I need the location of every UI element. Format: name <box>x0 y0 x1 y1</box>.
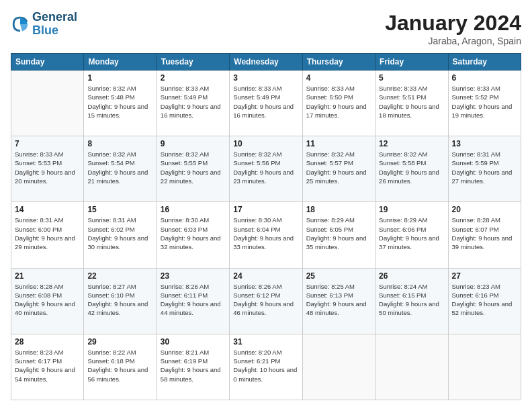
day-info: Sunrise: 8:31 AM Sunset: 6:00 PM Dayligh… <box>15 216 80 251</box>
day-info: Sunrise: 8:29 AM Sunset: 6:05 PM Dayligh… <box>306 216 371 251</box>
calendar-cell: 12Sunrise: 8:32 AM Sunset: 5:58 PM Dayli… <box>375 136 448 202</box>
calendar-cell: 30Sunrise: 8:21 AM Sunset: 6:19 PM Dayli… <box>157 334 229 400</box>
calendar-cell: 28Sunrise: 8:23 AM Sunset: 6:17 PM Dayli… <box>11 334 84 400</box>
calendar-cell: 27Sunrise: 8:23 AM Sunset: 6:16 PM Dayli… <box>448 268 521 334</box>
col-tuesday: Tuesday <box>157 54 229 71</box>
calendar-cell: 21Sunrise: 8:28 AM Sunset: 6:08 PM Dayli… <box>11 268 84 334</box>
day-info: Sunrise: 8:33 AM Sunset: 5:51 PM Dayligh… <box>379 84 444 120</box>
day-info: Sunrise: 8:23 AM Sunset: 6:17 PM Dayligh… <box>15 348 80 383</box>
title-section: January 2024 Jaraba, Aragon, Spain <box>385 11 521 46</box>
calendar-cell: 15Sunrise: 8:31 AM Sunset: 6:02 PM Dayli… <box>84 202 157 268</box>
col-thursday: Thursday <box>302 54 375 71</box>
calendar-cell: 26Sunrise: 8:24 AM Sunset: 6:15 PM Dayli… <box>375 268 448 334</box>
calendar-cell: 9Sunrise: 8:32 AM Sunset: 5:55 PM Daylig… <box>157 136 229 202</box>
day-number: 25 <box>306 271 371 281</box>
day-number: 20 <box>452 205 517 214</box>
day-info: Sunrise: 8:32 AM Sunset: 5:57 PM Dayligh… <box>306 150 371 185</box>
day-info: Sunrise: 8:32 AM Sunset: 5:58 PM Dayligh… <box>379 150 444 185</box>
logo-line1: General <box>32 11 77 24</box>
day-info: Sunrise: 8:23 AM Sunset: 6:16 PM Dayligh… <box>452 282 517 318</box>
day-number: 1 <box>87 73 152 83</box>
day-info: Sunrise: 8:32 AM Sunset: 5:54 PM Dayligh… <box>87 150 152 185</box>
day-number: 16 <box>161 205 226 214</box>
day-number: 3 <box>233 73 298 83</box>
calendar-cell: 20Sunrise: 8:28 AM Sunset: 6:07 PM Dayli… <box>448 202 521 268</box>
calendar-cell: 31Sunrise: 8:20 AM Sunset: 6:21 PM Dayli… <box>230 334 302 400</box>
calendar-cell: 29Sunrise: 8:22 AM Sunset: 6:18 PM Dayli… <box>84 334 157 400</box>
day-info: Sunrise: 8:25 AM Sunset: 6:13 PM Dayligh… <box>306 282 371 318</box>
day-number: 14 <box>15 205 80 214</box>
day-info: Sunrise: 8:33 AM Sunset: 5:53 PM Dayligh… <box>15 150 80 185</box>
day-info: Sunrise: 8:22 AM Sunset: 6:18 PM Dayligh… <box>87 348 152 383</box>
col-saturday: Saturday <box>448 54 521 71</box>
calendar-cell: 3Sunrise: 8:33 AM Sunset: 5:49 PM Daylig… <box>230 71 302 136</box>
day-number: 23 <box>161 271 226 281</box>
logo-text: General Blue <box>32 11 77 38</box>
day-info: Sunrise: 8:27 AM Sunset: 6:10 PM Dayligh… <box>87 282 152 318</box>
day-info: Sunrise: 8:32 AM Sunset: 5:56 PM Dayligh… <box>233 150 298 185</box>
day-number: 24 <box>233 271 298 281</box>
calendar-cell: 17Sunrise: 8:30 AM Sunset: 6:04 PM Dayli… <box>230 202 302 268</box>
day-info: Sunrise: 8:21 AM Sunset: 6:19 PM Dayligh… <box>161 348 226 383</box>
day-number: 4 <box>306 73 371 83</box>
calendar-cell: 5Sunrise: 8:33 AM Sunset: 5:51 PM Daylig… <box>375 71 448 136</box>
calendar-cell <box>11 71 84 136</box>
calendar-cell: 19Sunrise: 8:29 AM Sunset: 6:06 PM Dayli… <box>375 202 448 268</box>
logo-icon <box>11 15 30 34</box>
day-number: 19 <box>379 205 444 214</box>
logo-line2: Blue <box>32 24 58 37</box>
day-info: Sunrise: 8:30 AM Sunset: 6:04 PM Dayligh… <box>233 216 298 251</box>
day-number: 31 <box>233 337 298 347</box>
day-number: 22 <box>87 271 152 281</box>
day-info: Sunrise: 8:32 AM Sunset: 5:55 PM Dayligh… <box>161 150 226 185</box>
day-number: 17 <box>233 205 298 214</box>
calendar-cell: 23Sunrise: 8:26 AM Sunset: 6:11 PM Dayli… <box>157 268 229 334</box>
day-info: Sunrise: 8:28 AM Sunset: 6:07 PM Dayligh… <box>452 216 517 251</box>
day-number: 21 <box>15 271 80 281</box>
day-number: 26 <box>379 271 444 281</box>
calendar-cell: 24Sunrise: 8:26 AM Sunset: 6:12 PM Dayli… <box>230 268 302 334</box>
logo: General Blue <box>11 11 77 38</box>
day-info: Sunrise: 8:33 AM Sunset: 5:50 PM Dayligh… <box>306 84 371 120</box>
calendar-cell: 14Sunrise: 8:31 AM Sunset: 6:00 PM Dayli… <box>11 202 84 268</box>
col-friday: Friday <box>375 54 448 71</box>
location: Jaraba, Aragon, Spain <box>385 36 521 46</box>
calendar-week-row: 28Sunrise: 8:23 AM Sunset: 6:17 PM Dayli… <box>11 334 521 400</box>
day-number: 18 <box>306 205 371 214</box>
calendar-cell: 10Sunrise: 8:32 AM Sunset: 5:56 PM Dayli… <box>230 136 302 202</box>
calendar-cell <box>302 334 375 400</box>
day-info: Sunrise: 8:33 AM Sunset: 5:52 PM Dayligh… <box>452 84 517 120</box>
day-number: 13 <box>452 139 517 148</box>
day-info: Sunrise: 8:31 AM Sunset: 5:59 PM Dayligh… <box>452 150 517 185</box>
calendar-cell: 7Sunrise: 8:33 AM Sunset: 5:53 PM Daylig… <box>11 136 84 202</box>
day-number: 8 <box>87 139 152 148</box>
calendar-week-row: 1Sunrise: 8:32 AM Sunset: 5:48 PM Daylig… <box>11 71 521 136</box>
day-info: Sunrise: 8:26 AM Sunset: 6:12 PM Dayligh… <box>233 282 298 318</box>
day-info: Sunrise: 8:29 AM Sunset: 6:06 PM Dayligh… <box>379 216 444 251</box>
day-info: Sunrise: 8:31 AM Sunset: 6:02 PM Dayligh… <box>87 216 152 251</box>
day-info: Sunrise: 8:28 AM Sunset: 6:08 PM Dayligh… <box>15 282 80 318</box>
day-number: 15 <box>87 205 152 214</box>
day-number: 7 <box>15 139 80 148</box>
calendar-cell: 13Sunrise: 8:31 AM Sunset: 5:59 PM Dayli… <box>448 136 521 202</box>
calendar-cell: 1Sunrise: 8:32 AM Sunset: 5:48 PM Daylig… <box>84 71 157 136</box>
calendar-cell: 2Sunrise: 8:33 AM Sunset: 5:49 PM Daylig… <box>157 71 229 136</box>
calendar-cell: 25Sunrise: 8:25 AM Sunset: 6:13 PM Dayli… <box>302 268 375 334</box>
day-number: 10 <box>233 139 298 148</box>
day-number: 2 <box>161 73 226 83</box>
calendar-table: Sunday Monday Tuesday Wednesday Thursday… <box>11 53 521 400</box>
day-info: Sunrise: 8:33 AM Sunset: 5:49 PM Dayligh… <box>233 84 298 120</box>
day-number: 28 <box>15 337 80 347</box>
day-info: Sunrise: 8:20 AM Sunset: 6:21 PM Dayligh… <box>233 348 298 383</box>
calendar-week-row: 7Sunrise: 8:33 AM Sunset: 5:53 PM Daylig… <box>11 136 521 202</box>
calendar-cell: 6Sunrise: 8:33 AM Sunset: 5:52 PM Daylig… <box>448 71 521 136</box>
day-number: 5 <box>379 73 444 83</box>
col-monday: Monday <box>84 54 157 71</box>
calendar-header-row: Sunday Monday Tuesday Wednesday Thursday… <box>11 54 521 71</box>
day-info: Sunrise: 8:24 AM Sunset: 6:15 PM Dayligh… <box>379 282 444 318</box>
day-number: 6 <box>452 73 517 83</box>
month-title: January 2024 <box>385 11 521 36</box>
col-wednesday: Wednesday <box>230 54 302 71</box>
calendar-cell: 18Sunrise: 8:29 AM Sunset: 6:05 PM Dayli… <box>302 202 375 268</box>
day-number: 29 <box>87 337 152 347</box>
